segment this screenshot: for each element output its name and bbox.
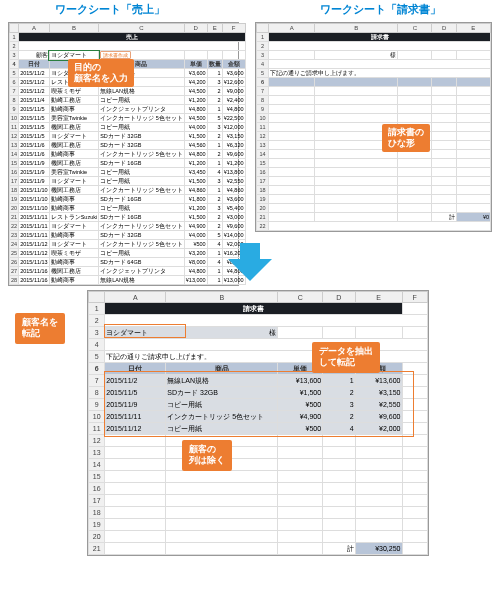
table-row: 112015/11/12コピー用紙¥5004¥2,000 (89, 423, 428, 435)
table-row: 192015/11/10動崎商事SDカード 16GB¥1,8002¥3,600 (10, 195, 246, 204)
invoice-note: 下記の通りご請求申し上げます。 (269, 69, 491, 78)
total-label: 計 (432, 213, 456, 222)
callout-extract-data: データを抽出して転記 (312, 342, 380, 373)
table-row: 102015/11/11インクカートリッジ 5色セット¥4,9002¥9,600 (89, 411, 428, 423)
sheet-title-sales: ワークシート「売上」 (55, 2, 165, 17)
table-row: 17 (257, 177, 491, 186)
table-row: 92015/11/5動崎商事インクジェットプリンタ¥4,8001¥4,800 (10, 105, 246, 114)
invoice-filled-sheet: A B C D E F 1請求書 2 3ヨシダマート様 4 5下記の通りご請求申… (87, 290, 429, 556)
table-row: 8 (257, 96, 491, 105)
invoice-title: 請求書 (105, 303, 402, 315)
table-row: 14 (257, 150, 491, 159)
customer-name: ヨシダマート様 (105, 327, 278, 339)
table-row: 17 (89, 495, 428, 507)
sales-title: 売上 (19, 33, 245, 42)
table-row: 152015/11/9機関工務店SDカード 16GB¥1,2001¥1,200 (10, 159, 246, 168)
table-row: 9 (257, 105, 491, 114)
table-row: 172015/11/9ヨシダマートコピー用紙¥1,5003¥2,550 (10, 177, 246, 186)
callout-input-customer: 目的の顧客名を入力 (68, 59, 134, 87)
table-row: 82015/11/4動崎工務店コピー用紙¥1,2002¥2,400 (10, 96, 246, 105)
table-row: 222015/11/11ヨシダマートインクカートリッジ 5色セット¥4,9002… (10, 222, 246, 231)
total-label: 計 (323, 543, 356, 555)
table-row: 242015/11/12ヨシダマートインクカートリッジ 5色セット¥5004¥2… (10, 240, 246, 249)
table-row: 18 (89, 507, 428, 519)
col-header-row: A B C D E F (10, 24, 246, 33)
table-row: 102015/11/5美容室Twinkieインクカートリッジ 5色セット¥4,5… (10, 114, 246, 123)
table-row: 20 (257, 204, 491, 213)
total-value: ¥0 (456, 213, 490, 222)
callout-template: 請求書のひな形 (382, 124, 430, 152)
table-row: 132015/11/6機関工務店SDカード 32GB¥4,5601¥6,320 (10, 141, 246, 150)
table-row: 162015/11/9美容室Twinkieコピー用紙¥3,4504¥13,800 (10, 168, 246, 177)
table-row: 92015/11/9コピー用紙¥5003¥2,550 (89, 399, 428, 411)
table-row: 18 (257, 186, 491, 195)
table-row: 142015/11/6動崎商事インクカートリッジ 5色セット¥4,8002¥9,… (10, 150, 246, 159)
table-row: 19 (257, 195, 491, 204)
table-row: 16 (89, 483, 428, 495)
table-row: 11 (257, 123, 491, 132)
total-value: ¥30,250 (355, 543, 402, 555)
table-row: 82015/11/5SDカード 32GB¥1,5002¥3,150 (89, 387, 428, 399)
table-row: 112015/11/5機関工務店コピー用紙¥4,0003¥12,000 (10, 123, 246, 132)
table-row: 272015/11/16機関工務店インクジェットプリンタ¥4,8001¥4,80… (10, 267, 246, 276)
table-row: 252015/11/12喫茶ミモザコピー用紙¥3,2001¥16,200 (10, 249, 246, 258)
invoice-title: 請求書 (269, 33, 491, 42)
table-row: 12 (257, 132, 491, 141)
honorific: 様 (315, 51, 398, 60)
create-invoice-button[interactable]: 請求書作成 (100, 51, 131, 59)
callout-exclude-col: 顧客の列は除く (182, 440, 232, 471)
table-row: 122015/11/5ヨシダマートSDカード 32GB¥1,5002¥3,150 (10, 132, 246, 141)
table-row: 72015/11/2喫茶ミモザ無線LAN規格¥4,5002¥9,000 (10, 87, 246, 96)
table-row: 15 (89, 471, 428, 483)
sheet-title-invoice: ワークシート「請求書」 (320, 2, 441, 17)
table-row: 212015/11/11レストランSuzukiSDカード 16GB¥1,5002… (10, 213, 246, 222)
table-row: 262015/11/13動崎商事SDカード 64GB¥8,0004¥8,000 (10, 258, 246, 267)
table-row: 20 (89, 531, 428, 543)
filter-label: 顧客 (19, 51, 50, 60)
table-row: 12 (89, 435, 428, 447)
table-row: 15 (257, 159, 491, 168)
table-row: 14 (89, 459, 428, 471)
table-row: 182015/11/10機関工務店インクカートリッジ 5色セット¥4,8601¥… (10, 186, 246, 195)
table-row: 202015/11/10動崎商事コピー用紙¥1,2003¥5,400 (10, 204, 246, 213)
table-row: 282015/11/16動崎商事無線LAN規格¥13,0001¥13,000 (10, 276, 246, 285)
invoice-template-sheet: A B C D E 1請求書 2 3様 4 5下記の通りご請求申し上げます。 6… (255, 22, 492, 232)
table-row: 13 (89, 447, 428, 459)
table-row: 232015/11/11動崎商事SDカード 32GB¥4,0005¥14,000 (10, 231, 246, 240)
callout-transfer-name: 顧客名を転記 (15, 313, 65, 344)
table-row: 72015/11/2無線LAN規格¥13,6001¥13,600 (89, 375, 428, 387)
table-row: 13 (257, 141, 491, 150)
arrow-down-icon (228, 259, 272, 281)
col-header-row: A B C D E (257, 24, 491, 33)
table-row: 19 (89, 519, 428, 531)
col-header-row: A B C D E F (89, 292, 428, 303)
table-row: 10 (257, 114, 491, 123)
table-row: 7 (257, 87, 491, 96)
table-row: 16 (257, 168, 491, 177)
